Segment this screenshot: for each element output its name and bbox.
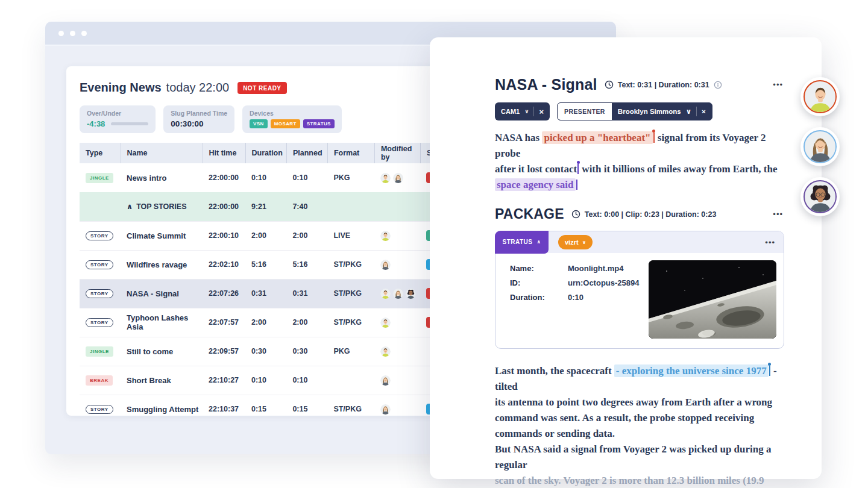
story-timing-meta: Text: 0:31 | Duration: 0:31: [618, 81, 709, 89]
column-header-modified-by: Modified by: [374, 143, 420, 163]
cell-format: [327, 192, 374, 221]
close-icon[interactable]: ×: [539, 107, 544, 116]
cell-duration: 5:16: [245, 250, 286, 279]
story-editor-panel: NASA - Signal Text: 0:31 | Duration: 0:3…: [430, 37, 822, 479]
story-title: NASA - Signal: [495, 76, 597, 93]
chevron-down-icon[interactable]: ∨: [686, 107, 691, 116]
script-text: Last month, the spacecraft: [495, 365, 614, 377]
cell-planned: 0:15: [286, 395, 327, 424]
media-card-header: STRATUS ∧ vizrt ∨ •••: [495, 231, 784, 253]
story-tags: CAM1 ∨ × PRESENTER Brooklyn Simmons ∨ ×: [495, 102, 783, 120]
user-avatar: [406, 289, 416, 299]
presenter-tag[interactable]: PRESENTER Brooklyn Simmons ∨ ×: [557, 102, 712, 120]
cell-modified-by: [374, 279, 420, 308]
script-text-faded: scan of the sky. Voyager 2 is more than …: [495, 475, 764, 488]
cell-name: ∧TOP STORIES: [121, 192, 203, 221]
cell-name: Still to come: [121, 337, 203, 366]
script-paragraph-2[interactable]: Last month, the spacecraft - exploring t…: [495, 363, 783, 488]
clock-icon: [605, 80, 614, 89]
script-text: NASA has: [495, 132, 542, 143]
type-badge-story: STORY: [86, 289, 113, 298]
script-text: its antenna to point two degrees away fr…: [495, 396, 772, 408]
cell-duration: 0:10: [245, 163, 286, 192]
vizrt-graphics-tab[interactable]: vizrt ∨: [558, 235, 593, 249]
cell-planned: 5:16: [286, 250, 327, 279]
collaborator-avatar-1[interactable]: [800, 77, 840, 116]
device-badges: VSNMOSARTSTRATUS: [250, 119, 335, 128]
devices-label: Devices: [250, 110, 335, 117]
cell-type: BREAK: [80, 366, 121, 395]
media-thumbnail-moon-image[interactable]: [649, 260, 776, 339]
chevron-down-icon[interactable]: ∨: [582, 240, 587, 245]
slug-label: Slug Planned Time: [171, 110, 227, 117]
cell-type: [80, 192, 121, 221]
chevron-up-icon[interactable]: ∧: [536, 239, 541, 245]
window-control-dot[interactable]: [58, 31, 64, 36]
media-id-value: urn:Octopus-25894: [568, 278, 639, 287]
slug-planned-time-card: Slug Planned Time 00:30:00: [163, 105, 234, 133]
cell-modified-by: [374, 192, 420, 221]
over-under-label: Over/Under: [87, 110, 148, 117]
type-badge-jingle: JINGLE: [86, 173, 113, 183]
window-control-dot[interactable]: [70, 31, 75, 36]
user-avatar: [380, 260, 391, 270]
rundown-schedule: today 22:00: [166, 81, 230, 95]
column-header-hit-time: Hit time: [203, 143, 245, 163]
user-avatar: [380, 404, 391, 414]
cell-name: Wildfires ravage: [121, 250, 203, 279]
type-badge-break: BREAK: [86, 375, 113, 386]
story-more-menu-icon[interactable]: •••: [773, 80, 783, 89]
info-icon[interactable]: [714, 81, 722, 89]
cell-hit-time: 22:02:10: [203, 250, 245, 279]
ready-status-badge[interactable]: NOT READY: [237, 82, 286, 94]
cell-hit-time: 22:00:10: [203, 221, 245, 250]
cell-planned: 2:00: [286, 221, 327, 250]
type-badge-story: STORY: [86, 405, 113, 414]
type-badge-story: STORY: [86, 318, 113, 327]
user-avatar: [380, 318, 391, 328]
cell-format: LIVE: [327, 221, 374, 250]
group-collapse-icon[interactable]: ∧: [127, 202, 133, 211]
cell-modified-by: [374, 395, 420, 424]
presenter-tag-type: PRESENTER: [558, 103, 612, 120]
device-badge-mosart: MOSART: [271, 119, 300, 128]
cell-type: STORY: [80, 279, 121, 308]
cell-planned: 7:40: [286, 192, 327, 221]
script-paragraph-1[interactable]: NASA has picked up a "heartbeat" signal …: [495, 130, 783, 193]
cell-hit-time: 22:07:57: [203, 308, 245, 337]
chevron-down-icon[interactable]: ∨: [524, 108, 529, 114]
window-control-dot[interactable]: [81, 31, 87, 36]
media-object-card: STRATUS ∧ vizrt ∨ ••• Name: Moonlight.mp…: [495, 231, 784, 349]
collab-cursor-blue: [769, 366, 770, 376]
cell-modified-by: [374, 163, 420, 192]
slug-value: 00:30:00: [171, 119, 227, 128]
close-icon[interactable]: ×: [702, 108, 706, 115]
cell-hit-time: 22:00:00: [203, 192, 245, 221]
cell-duration: 9:21: [245, 192, 286, 221]
script-text: after it lost contact: [495, 163, 577, 175]
camera-tag[interactable]: CAM1 ∨ ×: [495, 102, 550, 120]
over-under-value: -4:38: [87, 119, 105, 128]
collab-cursor-red: [653, 133, 655, 143]
user-avatar: [393, 289, 403, 299]
stratus-tab-label: STRATUS: [503, 239, 533, 245]
collaborator-avatar-2[interactable]: [800, 127, 840, 166]
collaborator-avatar-3[interactable]: [800, 177, 840, 216]
cell-format: ST/PKG: [327, 250, 374, 279]
package-title: PACKAGE: [495, 206, 564, 222]
script-text: commands or sending data.: [495, 428, 615, 439]
collab-cursor-purple: [577, 164, 579, 174]
stratus-device-tab[interactable]: STRATUS ∧: [495, 231, 549, 254]
package-more-menu-icon[interactable]: •••: [773, 210, 783, 219]
media-more-menu-icon[interactable]: •••: [765, 238, 775, 247]
text-cursor: [576, 180, 577, 190]
cell-modified-by: [374, 308, 420, 337]
cell-modified-by: [374, 250, 420, 279]
over-under-progressbar: [111, 122, 148, 125]
cell-type: STORY: [80, 308, 121, 337]
column-header-type: Type: [80, 143, 121, 163]
cell-format: PKG: [327, 337, 374, 366]
group-title: TOP STORIES: [136, 202, 186, 211]
cell-name: Smuggling Attempt: [121, 395, 203, 424]
package-timing-meta: Text: 0:00 | Clip: 0:23 | Duration: 0:23: [585, 210, 717, 219]
